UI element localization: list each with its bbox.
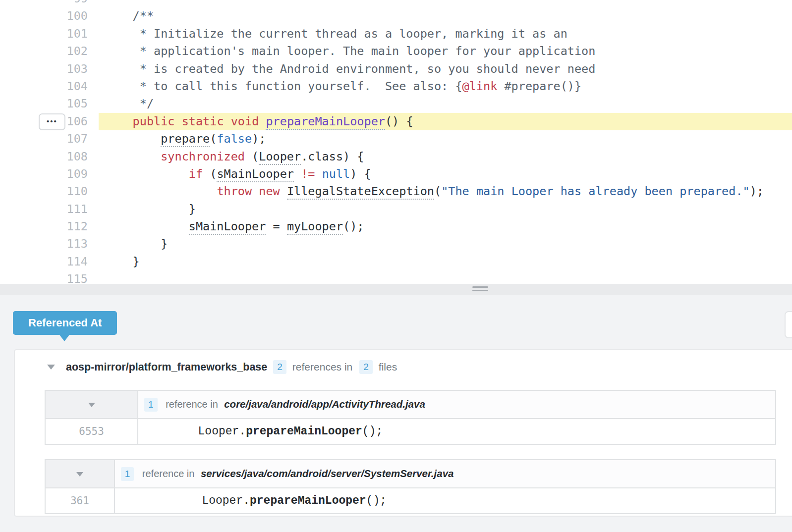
- symbol-token[interactable]: Looper: [259, 150, 301, 165]
- plain-token: [105, 184, 217, 198]
- panel-resizer[interactable]: [0, 284, 792, 295]
- line-number[interactable]: 104: [0, 78, 88, 95]
- line-number[interactable]: 112: [0, 218, 88, 235]
- plain-token: [315, 167, 322, 181]
- reference-code-line[interactable]: Looper.prepareMainLooper();: [114, 488, 776, 514]
- line-number[interactable]: 113: [0, 235, 88, 253]
- code-line-content: * to call this function yourself. See al…: [99, 78, 792, 95]
- code-line-content: [99, 270, 792, 284]
- plain-token: ();: [343, 219, 364, 233]
- plain-token: [174, 114, 181, 128]
- plain-token: [294, 167, 301, 181]
- tab-label: Referenced At: [28, 317, 102, 329]
- plain-token: }: [105, 202, 196, 216]
- reference-line-number[interactable]: 6553: [45, 419, 138, 444]
- line-number[interactable]: 103: [0, 60, 88, 78]
- file-path-link[interactable]: services/java/com/android/server/SystemS…: [201, 468, 454, 479]
- line-number[interactable]: 100: [0, 7, 88, 25]
- code-line: 99: [0, 0, 792, 7]
- comment-token: #prepare()}: [497, 79, 581, 93]
- collapse-file-button[interactable]: [45, 390, 138, 419]
- symbol-token[interactable]: sMainLooper: [189, 219, 266, 235]
- line-number[interactable]: 111: [0, 201, 88, 218]
- code-line-content: prepare(false);: [99, 130, 792, 148]
- line-number[interactable]: 110: [0, 183, 88, 200]
- code-line-content: * Initialize the current thread as a loo…: [99, 25, 792, 43]
- code-line-content: * application's main looper. The main lo…: [99, 43, 792, 60]
- plain-token: =: [266, 219, 286, 233]
- code-line: 105 */: [0, 95, 792, 112]
- keyword-token: public: [133, 114, 175, 128]
- plain-token: [224, 114, 231, 128]
- const-token: false: [217, 132, 252, 146]
- line-number[interactable]: 105: [0, 95, 88, 112]
- symbol-token[interactable]: prepareMainLooper: [266, 114, 385, 130]
- code-line: 103 * is created by the Android environm…: [0, 60, 792, 78]
- app-window: 99100 /**101 * Initialize the current th…: [0, 0, 792, 532]
- plain-token: [105, 150, 161, 163]
- code-line-content: synchronized (Looper.class) {: [99, 148, 792, 165]
- plain-token: [280, 184, 287, 198]
- line-number[interactable]: 107: [0, 130, 88, 148]
- resize-handle-icon: [472, 286, 488, 292]
- collapse-repo-icon[interactable]: [47, 365, 55, 370]
- plain-token: }: [105, 255, 140, 268]
- plain-token: [105, 9, 133, 23]
- clipped-edge-button[interactable]: [785, 311, 792, 338]
- collapse-file-button[interactable]: [45, 460, 114, 488]
- comment-token: /**: [133, 9, 154, 23]
- reference-code-line[interactable]: Looper.prepareMainLooper();: [138, 419, 776, 444]
- expand-actions-button[interactable]: •••: [39, 113, 65, 130]
- plain-token: );: [252, 132, 266, 146]
- line-number[interactable]: 115: [0, 270, 88, 284]
- file-groups: 1 reference in core/java/android/app/Act…: [45, 390, 792, 514]
- code-line: 109 if (sMainLooper != null) {: [0, 165, 792, 183]
- reference-count-badge: 1: [121, 467, 134, 481]
- symbol-token[interactable]: prepare: [161, 132, 210, 147]
- plain-token: [105, 167, 189, 181]
- code-line-content: }: [99, 201, 792, 218]
- collapse-file-icon: [76, 472, 83, 477]
- comment-token: */: [105, 97, 154, 110]
- reference-in-label: reference in: [166, 399, 218, 410]
- line-number[interactable]: 108: [0, 148, 88, 165]
- collapse-file-icon: [88, 403, 95, 407]
- symbol-token[interactable]: myLooper: [287, 219, 343, 235]
- line-number[interactable]: 99: [0, 0, 88, 7]
- code-lines: 99100 /**101 * Initialize the current th…: [0, 0, 792, 284]
- code-line: 114 }: [0, 253, 792, 270]
- plain-token: [105, 132, 161, 146]
- code-line-content: }: [99, 235, 792, 253]
- line-number[interactable]: 109: [0, 165, 88, 183]
- line-number[interactable]: 101: [0, 25, 88, 43]
- file-path-link[interactable]: core/java/android/app/ActivityThread.jav…: [224, 398, 425, 410]
- tab-referenced-at[interactable]: Referenced At: [13, 311, 117, 335]
- code-line-content: * is created by the Android environment,…: [99, 60, 792, 78]
- keyword-token: void: [231, 114, 259, 128]
- line-number[interactable]: 102: [0, 43, 88, 60]
- code-line-content: */: [99, 95, 792, 112]
- repo-name[interactable]: aosp-mirror/platform_frameworks_base: [66, 361, 267, 373]
- comment-token: * is created by the Android environment,…: [105, 62, 595, 76]
- references-label: references in: [292, 361, 352, 373]
- symbol-token[interactable]: IllegalStateException: [287, 184, 434, 200]
- keyword-token: if: [189, 167, 203, 181]
- plain-token: (: [434, 184, 441, 198]
- code-viewer: 99100 /**101 * Initialize the current th…: [0, 0, 792, 284]
- code-line: 110 throw new IllegalStateException("The…: [0, 183, 792, 200]
- plain-token: (: [210, 132, 217, 146]
- plain-token: [252, 184, 259, 198]
- plain-token: );: [750, 184, 764, 198]
- reference-line-number[interactable]: 361: [45, 488, 114, 514]
- reference-count-badge: 1: [144, 398, 158, 412]
- keyword-token: static: [182, 114, 224, 128]
- keyword-token: !=: [301, 167, 315, 181]
- file-group-header: 1 reference in core/java/android/app/Act…: [138, 390, 776, 419]
- code-line: 108 synchronized (Looper.class) {: [0, 148, 792, 165]
- plain-token: [105, 219, 189, 233]
- file-reference-group: 1 reference in services/java/com/android…: [45, 459, 776, 514]
- code-line-content: }: [99, 253, 792, 270]
- keyword-token: synchronized: [161, 150, 245, 163]
- line-number[interactable]: 114: [0, 253, 88, 270]
- symbol-token[interactable]: sMainLooper: [217, 167, 294, 182]
